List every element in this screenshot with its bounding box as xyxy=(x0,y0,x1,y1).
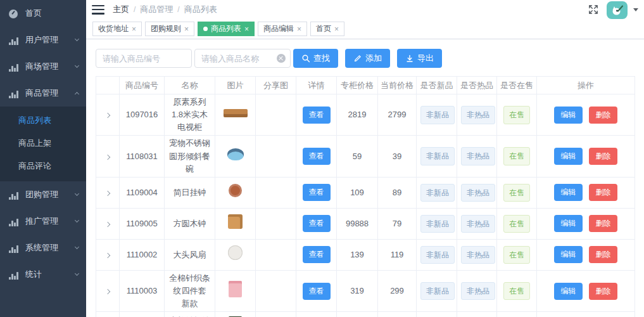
row-expand-chevron-icon[interactable] xyxy=(105,253,110,258)
table-row: 1097016原素系列1.8米实木电视柜查看28192799非新品非热品在售编辑… xyxy=(96,94,635,136)
bar-chart-icon xyxy=(8,269,18,280)
view-button[interactable]: 查看 xyxy=(303,107,331,124)
cell-product-code: 1110003 xyxy=(120,270,165,311)
tab-close-icon[interactable]: × xyxy=(334,25,339,33)
column-header: 专柜价格 xyxy=(337,77,378,94)
bar-chart-icon xyxy=(8,61,18,72)
row-expand-chevron-icon[interactable] xyxy=(105,191,110,196)
cell-product-name: 宠物不锈钢圆形倾斜餐碗 xyxy=(165,136,215,177)
column-header: 是否热品 xyxy=(457,77,497,94)
sidebar-item-products[interactable]: 商品管理 xyxy=(0,80,86,107)
add-button[interactable]: 添加 xyxy=(345,49,390,68)
export-button[interactable]: 导出 xyxy=(397,49,442,68)
view-button[interactable]: 查看 xyxy=(303,246,331,263)
delete-button[interactable]: 删除 xyxy=(589,184,617,201)
cell-product-name: 大头风扇 xyxy=(165,239,215,270)
tab-close-icon[interactable]: × xyxy=(184,25,189,33)
chevron-down-icon xyxy=(75,63,79,68)
products-table: 商品编号名称图片分享图详情专柜价格当前价格是否新品是否热品是否在售操作 1097… xyxy=(96,76,635,317)
edit-button[interactable]: 编辑 xyxy=(554,148,583,165)
column-header: 图片 xyxy=(215,77,256,94)
delete-button[interactable]: 删除 xyxy=(589,148,617,165)
delete-button[interactable]: 删除 xyxy=(589,283,617,300)
onsale-status-badge: 在售 xyxy=(503,106,530,124)
cell-product-name: 原素系列1.8米实木电视柜 xyxy=(165,94,215,136)
cell-share-image xyxy=(256,94,296,136)
row-expand-chevron-icon[interactable] xyxy=(105,113,110,118)
sidebar-item-group-buy[interactable]: 团购管理 xyxy=(0,181,86,208)
sidebar-item-stats[interactable]: 统计 xyxy=(0,261,86,288)
user-avatar[interactable] xyxy=(607,1,628,19)
column-header: 当前价格 xyxy=(378,77,417,94)
delete-button[interactable]: 删除 xyxy=(589,107,617,124)
tab-商品列表[interactable]: 商品列表× xyxy=(198,22,255,36)
edit-button[interactable]: 编辑 xyxy=(554,184,583,201)
cell-counter-price: 109 xyxy=(337,177,378,208)
hot-status-badge: 非热品 xyxy=(461,215,495,233)
chevron-down-icon[interactable] xyxy=(633,8,638,11)
view-button[interactable]: 查看 xyxy=(303,148,331,165)
fullscreen-icon[interactable] xyxy=(588,4,599,15)
cell-share-image xyxy=(256,239,296,270)
tabs-bar: 收货地址×团购规则×商品列表×商品编辑×首页× xyxy=(86,19,644,39)
row-expand-chevron-icon[interactable] xyxy=(105,289,110,294)
table-row: 1108031宠物不锈钢圆形倾斜餐碗查看5939非新品非热品在售编辑删除 xyxy=(96,136,635,177)
onsale-status-badge: 在售 xyxy=(503,282,530,301)
bar-chart-icon xyxy=(8,35,18,45)
row-expand-chevron-icon[interactable] xyxy=(105,222,110,227)
sidebar-item-users[interactable]: 用户管理 xyxy=(0,27,86,53)
edit-button[interactable]: 编辑 xyxy=(554,107,583,124)
sidebar-item-label: 首页 xyxy=(25,8,79,19)
table-header-row: 商品编号名称图片分享图详情专柜价格当前价格是否新品是否热品是否在售操作 xyxy=(96,77,635,94)
tab-收货地址[interactable]: 收货地址× xyxy=(92,22,142,36)
table-container: 商品编号名称图片分享图详情专柜价格当前价格是否新品是否热品是否在售操作 1097… xyxy=(86,76,644,317)
table-row: 1109005方圆木钟查看9988879非新品非热品在售编辑删除 xyxy=(96,208,635,239)
sidebar-item-home[interactable]: 首页 xyxy=(0,0,86,27)
onsale-status-badge: 在售 xyxy=(503,246,530,264)
chevron-down-icon xyxy=(75,191,79,196)
sidebar-subitem-product-comments[interactable]: 商品评论 xyxy=(0,155,86,178)
delete-button[interactable]: 删除 xyxy=(589,215,617,232)
row-expand-chevron-icon[interactable] xyxy=(105,154,110,159)
product-image-fan xyxy=(228,245,243,260)
column-header: 操作 xyxy=(537,77,635,94)
cell-share-image xyxy=(256,270,296,311)
search-toolbar: 查找 添加 导出 xyxy=(86,39,644,76)
tab-close-icon[interactable]: × xyxy=(297,25,301,33)
column-header xyxy=(96,77,120,94)
sidebar-subitem-product-list[interactable]: 商品列表 xyxy=(0,109,86,132)
sidebar-submenu-products: 商品列表商品上架商品评论 xyxy=(0,107,86,181)
view-button[interactable]: 查看 xyxy=(303,283,331,300)
table-body: 1097016原素系列1.8米实木电视柜查看28192799非新品非热品在售编辑… xyxy=(96,94,635,317)
search-button[interactable]: 查找 xyxy=(293,49,338,68)
breadcrumb-item[interactable]: 主页 xyxy=(113,4,129,15)
edit-button[interactable]: 编辑 xyxy=(554,283,583,300)
tab-商品编辑[interactable]: 商品编辑× xyxy=(258,22,307,36)
tab-close-icon[interactable]: × xyxy=(132,25,136,33)
tab-首页[interactable]: 首页× xyxy=(310,22,344,36)
edit-button[interactable]: 编辑 xyxy=(554,215,583,232)
hamburger-menu-icon[interactable] xyxy=(92,5,104,15)
bar-chart-icon xyxy=(8,88,18,98)
tab-close-icon[interactable]: × xyxy=(244,25,249,33)
sidebar-item-system[interactable]: 系统管理 xyxy=(0,235,86,261)
clear-input-icon[interactable] xyxy=(277,54,286,63)
sidebar-subitem-product-shelf[interactable]: 商品上架 xyxy=(0,132,86,155)
tab-label: 团购规则 xyxy=(151,23,181,34)
view-button[interactable]: 查看 xyxy=(303,215,331,232)
view-button[interactable]: 查看 xyxy=(303,184,331,201)
sidebar-item-mall[interactable]: 商场管理 xyxy=(0,53,86,80)
topbar-right xyxy=(588,0,638,19)
sidebar-item-promotion[interactable]: 推广管理 xyxy=(0,208,86,235)
tab-团购规则[interactable]: 团购规则× xyxy=(145,22,194,36)
bar-chart-icon xyxy=(8,190,18,200)
product-code-input[interactable] xyxy=(96,49,192,68)
cell-product-code: 1110002 xyxy=(120,239,165,270)
cell-current-price: 79 xyxy=(378,208,417,239)
cell-counter-price: 319 xyxy=(337,312,378,317)
search-icon xyxy=(301,54,310,63)
delete-button[interactable]: 删除 xyxy=(589,246,617,263)
sidebar-item-label: 商品管理 xyxy=(25,87,75,99)
edit-button[interactable]: 编辑 xyxy=(554,246,583,263)
cell-current-price: 119 xyxy=(378,239,417,270)
